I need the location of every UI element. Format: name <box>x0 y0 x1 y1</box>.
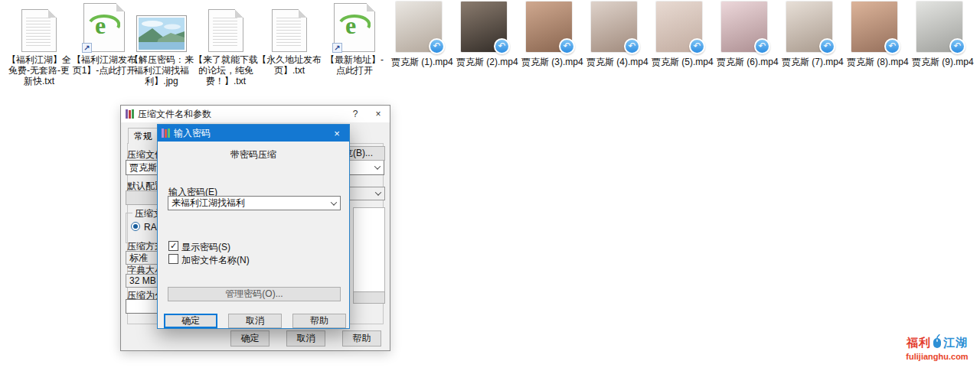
video-label: 贾克斯 (7).mp4 <box>782 56 837 69</box>
help-button[interactable]: 帮助 <box>292 314 346 328</box>
show-password-label: 显示密码(S) <box>181 241 230 254</box>
mouse-icon <box>932 334 942 351</box>
media-arrow-icon: ↶ <box>754 38 770 54</box>
video-thumbnail: ↶ <box>591 2 637 52</box>
text-file-icon <box>272 9 307 52</box>
video-thumbnail: ↶ <box>461 2 507 52</box>
tab-general[interactable]: 常规 <box>128 128 158 144</box>
file-label: 【解压密码：来福利江湖找福利】.jpg <box>128 54 195 86</box>
chevron-down-icon <box>328 197 340 210</box>
close-icon[interactable]: × <box>325 125 349 142</box>
video-thumbnail: ↶ <box>396 2 442 52</box>
video-thumbnail: ↶ <box>656 2 702 52</box>
media-arrow-icon: ↶ <box>429 38 445 54</box>
close-icon[interactable]: × <box>367 106 390 122</box>
help-titlebar-button[interactable]: ? <box>344 106 367 122</box>
video-label: 贾克斯 (5).mp4 <box>652 56 707 69</box>
video-file[interactable]: ↶ 贾克斯 (1).mp4 <box>391 2 446 69</box>
video-file[interactable]: ↶ 贾克斯 (9).mp4 <box>912 2 967 69</box>
ie-logo-icon: e <box>338 10 371 44</box>
encrypt-names-checkbox[interactable] <box>168 254 178 264</box>
encrypt-names-label: 加密文件名称(N) <box>181 254 250 267</box>
video-file[interactable]: ↶ 贾克斯 (7).mp4 <box>782 2 837 69</box>
image-file-icon <box>136 15 187 52</box>
chevron-down-icon <box>372 187 384 200</box>
media-arrow-icon: ↶ <box>819 38 835 54</box>
video-label: 贾克斯 (8).mp4 <box>847 56 902 69</box>
video-label: 贾克斯 (2).mp4 <box>456 56 511 69</box>
file-label: 【永久地址发布页】.txt <box>256 54 323 76</box>
winrar-icon <box>126 109 134 119</box>
desktop-file-ie-2[interactable]: e ↗ 【最新地址】-点此打开 <box>321 2 388 76</box>
video-file[interactable]: ↶ 贾克斯 (4).mp4 <box>586 2 642 69</box>
chevron-down-icon <box>371 161 384 174</box>
video-thumbnail: ↶ <box>526 2 572 52</box>
ok-button[interactable]: 确定 <box>164 314 217 328</box>
watermark-site-url: fulijianghu.com <box>900 352 974 361</box>
format-rar-radio[interactable] <box>131 222 140 231</box>
video-thumbnail: ↶ <box>851 2 897 52</box>
file-label: 【最新地址】-点此打开 <box>321 54 388 76</box>
cancel-button[interactable]: 取消 <box>228 314 282 328</box>
internet-shortcut-icon: e ↗ <box>334 3 375 52</box>
text-file-icon <box>21 9 57 52</box>
ie-logo-icon: e <box>88 10 120 44</box>
file-label: 【来了就能下载的论坛，纯免费！】.txt <box>192 54 260 86</box>
video-label: 贾克斯 (3).mp4 <box>521 56 577 69</box>
dict-size-value: 32 MB <box>129 275 156 286</box>
watermark-brand-right: 江湖 <box>943 336 968 350</box>
archive-dialog-titlebar: 压缩文件名和参数 ? × <box>121 106 390 122</box>
media-arrow-icon: ↶ <box>624 38 640 54</box>
video-file[interactable]: ↶ 贾克斯 (8).mp4 <box>847 2 902 69</box>
shortcut-arrow-icon: ↗ <box>332 43 342 53</box>
ok-button[interactable]: 确定 <box>230 330 270 347</box>
video-thumbnail: ↶ <box>721 2 767 52</box>
video-label: 贾克斯 (4).mp4 <box>586 56 642 69</box>
desktop: 【福利江湖】全免费-无套路-更新快.txt e ↗ 【福利江湖发布页1】-点此打… <box>0 0 980 371</box>
desktop-file-txt-1[interactable]: 【福利江湖】全免费-无套路-更新快.txt <box>5 2 73 86</box>
show-password-checkbox[interactable]: ✓ <box>168 241 178 251</box>
password-dialog-header: 带密码压缩 <box>158 148 349 161</box>
organize-passwords-button[interactable]: 管理密码(O)... <box>168 287 341 301</box>
media-arrow-icon: ↶ <box>494 38 510 54</box>
hidden-right-button[interactable] <box>353 291 385 304</box>
watermark-brand-left: 福利 <box>906 336 931 350</box>
internet-shortcut-icon: e ↗ <box>83 3 125 52</box>
video-label: 贾克斯 (6).mp4 <box>717 56 772 69</box>
password-dialog: 输入密码 × 带密码压缩 输入密码(E) 来福利江湖找福利 ✓ 显示密码(S) … <box>157 124 350 329</box>
media-arrow-icon: ↶ <box>884 38 900 54</box>
video-label: 贾克斯 (1).mp4 <box>391 56 446 69</box>
winrar-icon <box>162 129 170 138</box>
desktop-file-txt-2[interactable]: 【来了就能下载的论坛，纯免费！】.txt <box>192 2 260 86</box>
site-watermark: 福利 江湖 fulijianghu.com <box>900 334 974 361</box>
video-file[interactable]: ↶ 贾克斯 (2).mp4 <box>456 2 511 69</box>
method-value: 标准 <box>129 252 148 265</box>
cancel-button[interactable]: 取消 <box>286 330 325 347</box>
media-arrow-icon: ↶ <box>559 38 575 54</box>
text-file-icon <box>208 9 243 52</box>
options-panel <box>353 207 385 299</box>
media-arrow-icon: ↶ <box>949 38 965 54</box>
password-value: 来福利江湖找福利 <box>172 197 245 210</box>
video-file[interactable]: ↶ 贾克斯 (3).mp4 <box>521 2 577 69</box>
video-file[interactable]: ↶ 贾克斯 (6).mp4 <box>717 2 772 69</box>
password-combobox[interactable]: 来福利江湖找福利 <box>168 196 341 210</box>
video-thumbnail: ↶ <box>916 2 962 52</box>
password-dialog-titlebar: 输入密码 × <box>158 125 349 142</box>
media-arrow-icon: ↶ <box>689 38 705 54</box>
shortcut-arrow-icon: ↗ <box>82 43 92 53</box>
video-label: 贾克斯 (9).mp4 <box>912 56 967 69</box>
desktop-file-txt-3[interactable]: 【永久地址发布页】.txt <box>256 2 323 76</box>
help-button[interactable]: 帮助 <box>342 330 381 347</box>
video-thumbnail: ↶ <box>786 2 832 52</box>
file-label: 【福利江湖】全免费-无套路-更新快.txt <box>5 54 73 86</box>
password-dialog-title: 输入密码 <box>174 127 211 140</box>
desktop-file-jpg[interactable]: 【解压密码：来福利江湖找福利】.jpg <box>128 2 195 86</box>
archive-dialog-title: 压缩文件名和参数 <box>138 108 211 121</box>
video-file[interactable]: ↶ 贾克斯 (5).mp4 <box>652 2 707 69</box>
